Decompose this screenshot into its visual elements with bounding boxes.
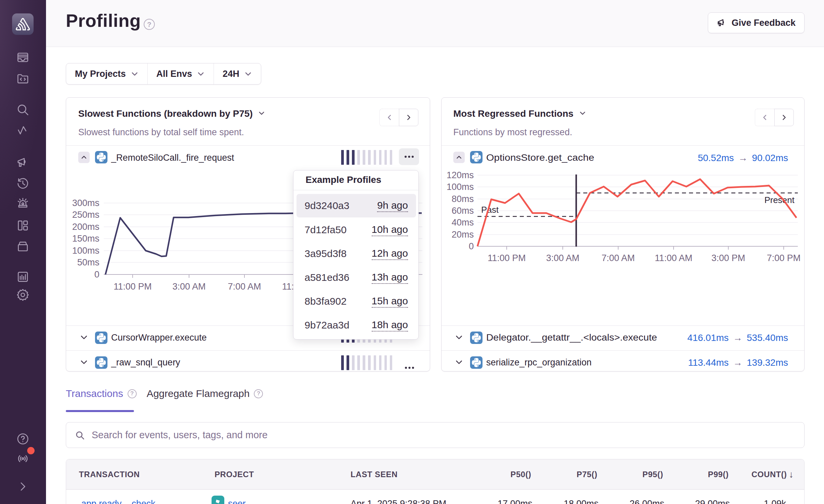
- svg-text:100ms: 100ms: [447, 182, 474, 192]
- svg-text:0: 0: [94, 269, 99, 280]
- svg-text:60ms: 60ms: [452, 206, 474, 216]
- svg-text:3:00 PM: 3:00 PM: [712, 253, 745, 263]
- svg-text:7:00 AM: 7:00 AM: [601, 253, 635, 263]
- svg-text:150ms: 150ms: [72, 234, 99, 244]
- svg-text:80ms: 80ms: [452, 194, 474, 204]
- svg-text:7:00 AM: 7:00 AM: [228, 282, 261, 292]
- svg-text:0: 0: [469, 241, 474, 251]
- svg-text:3:00 AM: 3:00 AM: [546, 253, 579, 263]
- svg-text:300ms: 300ms: [72, 198, 99, 208]
- svg-text:200ms: 200ms: [72, 222, 99, 232]
- svg-text:3:00 AM: 3:00 AM: [172, 282, 205, 292]
- svg-text:20ms: 20ms: [452, 230, 474, 240]
- svg-text:11:00 AM: 11:00 AM: [655, 253, 692, 263]
- svg-text:250ms: 250ms: [72, 210, 99, 220]
- svg-text:11:00 PM: 11:00 PM: [488, 253, 526, 263]
- svg-text:7:00 PM: 7:00 PM: [767, 253, 801, 263]
- svg-text:100ms: 100ms: [72, 246, 99, 256]
- svg-text:120ms: 120ms: [447, 170, 474, 180]
- svg-text:50ms: 50ms: [77, 257, 99, 267]
- svg-text:40ms: 40ms: [452, 217, 474, 228]
- svg-text:11:00 PM: 11:00 PM: [113, 282, 152, 292]
